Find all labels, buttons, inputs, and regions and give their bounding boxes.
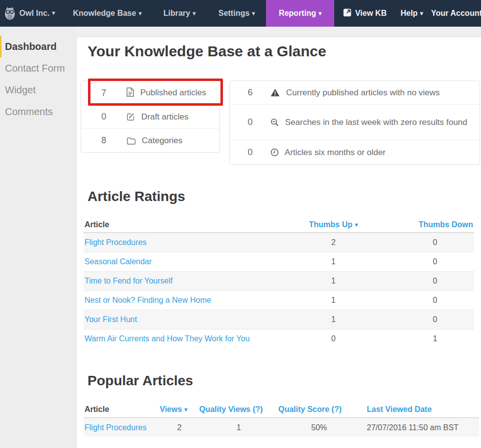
column-header-article: Article	[84, 220, 271, 229]
stat-label-text: Published articles	[140, 88, 206, 97]
dashboard-content-card: Your Knowledge Base at a Glance 7 Publis…	[76, 37, 481, 448]
thumbs-down-value: 1	[396, 334, 474, 343]
table-row: Time to Fend for Yourself 1 0	[84, 271, 474, 290]
warning-icon	[270, 88, 284, 97]
sidebar-item-label: Dashboard	[5, 41, 56, 52]
table-row: Flight Procedures 2 1 50% 27/07/2016 11:…	[84, 418, 479, 437]
sidebar-item-label: Contact Form	[5, 63, 65, 74]
stat-draft-articles: 0 Draft articles	[81, 105, 219, 128]
column-header-views[interactable]: Views▾	[160, 405, 199, 414]
article-link[interactable]: Flight Procedures	[85, 238, 146, 246]
article-link[interactable]: Your First Hunt	[85, 315, 137, 324]
table-row: Warm Air Currents and How They Work for …	[84, 329, 474, 348]
caret-down-icon: ▾	[138, 10, 141, 17]
sidebar-item-contact-form[interactable]: Contact Form	[0, 57, 76, 79]
table-row: Flight Procedures 2 0	[84, 233, 474, 252]
caret-down-icon: ▾	[355, 221, 358, 228]
stat-no-views: 6 Currently published articles with no v…	[230, 81, 480, 104]
thumbs-down-value: 0	[396, 315, 474, 324]
clock-icon	[270, 148, 283, 157]
thumbs-down-value: 0	[396, 277, 474, 285]
quality-views-value: 1	[199, 423, 278, 432]
table-header-row: Article Views▾ Quality Views (?) Quality…	[84, 401, 479, 418]
stat-label-text: Articles six months or older	[285, 148, 386, 157]
stat-value: 0	[230, 147, 270, 158]
stat-label-text: Currently published articles with no vie…	[286, 88, 440, 97]
article-link[interactable]: Nest or Nook? Finding a New Home	[85, 296, 211, 304]
sidebar-item-widget[interactable]: Widget	[0, 79, 76, 101]
brand-label: Owl Inc.	[19, 9, 49, 18]
caret-down-icon: ▾	[193, 10, 196, 17]
article-link[interactable]: Warm Air Currents and How They Work for …	[85, 334, 250, 343]
sidebar-item-label: Comments	[5, 106, 53, 118]
thumbs-up-value: 2	[271, 238, 396, 247]
table-row: Nest or Nook? Finding a New Home 1 0	[84, 290, 474, 310]
stat-categories: 8 Categories	[81, 128, 219, 152]
folder-icon	[127, 136, 139, 145]
stat-old-articles: 0 Articles six months or older	[230, 140, 480, 164]
article-link[interactable]: Time to Fend for Yourself	[85, 277, 173, 285]
stat-zero-result-searches: 0 Searches in the last week with zero re…	[230, 104, 480, 140]
stat-label-text: Draft articles	[141, 112, 188, 122]
thumbs-up-value: 1	[271, 257, 396, 266]
stat-value: 8	[81, 135, 127, 146]
section-title-article-ratings: Article Ratings	[87, 189, 185, 204]
stat-value: 0	[81, 112, 127, 122]
column-header-thumbs-down[interactable]: Thumbs Down	[396, 220, 474, 229]
menu-settings[interactable]: Settings▾	[219, 9, 255, 18]
column-header-quality-views[interactable]: Quality Views (?)	[199, 405, 278, 414]
page-title: Your Knowledge Base at a Glance	[87, 43, 326, 60]
section-title-popular-articles: Popular Articles	[87, 373, 193, 389]
reporting-sidebar: Dashboard Contact Form Widget Comments	[0, 27, 76, 448]
menu-view-kb[interactable]: View KB	[343, 8, 387, 19]
article-link[interactable]: Flight Procedures	[85, 423, 146, 432]
stat-published-articles: 7 Published articles	[81, 81, 219, 105]
thumbs-up-value: 0	[271, 334, 396, 343]
thumbs-down-value: 0	[396, 257, 474, 266]
menu-library[interactable]: Library▾	[163, 9, 195, 18]
thumbs-down-value: 0	[396, 238, 474, 247]
last-viewed-value: 27/07/2016 11:50 am BST	[360, 423, 479, 432]
content-stats-table: 7 Published articles 0 Draft articles 8 …	[81, 81, 220, 153]
caret-down-icon: ▾	[420, 10, 423, 17]
edit-icon	[127, 112, 139, 122]
thumbs-down-value: 0	[396, 296, 474, 305]
search-minus-icon	[270, 118, 283, 127]
menu-help[interactable]: Help▾	[400, 9, 423, 18]
views-value: 2	[160, 423, 199, 432]
sidebar-item-label: Widget	[5, 84, 36, 96]
menu-knowledge-base[interactable]: Knowledge Base▾	[73, 9, 141, 18]
popular-articles-table: Article Views▾ Quality Views (?) Quality…	[84, 401, 479, 437]
stat-value: 6	[230, 87, 270, 98]
owl-logo-icon	[4, 6, 16, 20]
caret-down-icon: ▾	[252, 10, 255, 17]
stat-label-text: Searches in the last week with zero resu…	[285, 118, 468, 127]
column-header-quality-score[interactable]: Quality Score (?)	[278, 405, 360, 414]
table-row: Seasonal Calendar 1 0	[84, 252, 474, 271]
article-link[interactable]: Seasonal Calendar	[85, 257, 152, 266]
menu-reporting-active[interactable]: Reporting▾	[266, 0, 335, 27]
column-header-last-viewed-date[interactable]: Last Viewed Date	[360, 405, 479, 414]
sidebar-item-comments[interactable]: Comments	[0, 101, 76, 122]
brand-menu[interactable]: Owl Inc. ▾	[4, 6, 55, 20]
column-header-article: Article	[84, 405, 160, 414]
column-header-thumbs-up[interactable]: Thumbs Up▾	[271, 220, 396, 229]
external-link-icon	[343, 8, 355, 19]
thumbs-up-value: 1	[271, 315, 396, 324]
table-header-row: Article Thumbs Up▾ Thumbs Down	[84, 217, 474, 233]
caret-down-icon: ▾	[52, 9, 55, 16]
thumbs-up-value: 1	[271, 277, 396, 285]
quality-score-value: 50%	[278, 423, 360, 432]
article-ratings-table: Article Thumbs Up▾ Thumbs Down Flight Pr…	[84, 217, 474, 348]
stat-label-text: Categories	[142, 136, 182, 145]
thumbs-up-value: 1	[271, 296, 396, 305]
stat-value: 0	[230, 117, 270, 127]
caret-down-icon: ▾	[318, 10, 321, 17]
stat-value: 7	[81, 88, 127, 98]
sidebar-item-dashboard[interactable]: Dashboard	[0, 36, 76, 57]
top-navbar: Owl Inc. ▾ Knowledge Base▾ Library▾ Sett…	[0, 0, 481, 27]
document-icon	[127, 88, 138, 97]
table-row: Your First Hunt 1 0	[84, 310, 474, 329]
menu-your-account[interactable]: Your Account	[431, 9, 481, 18]
caret-down-icon: ▾	[184, 406, 187, 413]
